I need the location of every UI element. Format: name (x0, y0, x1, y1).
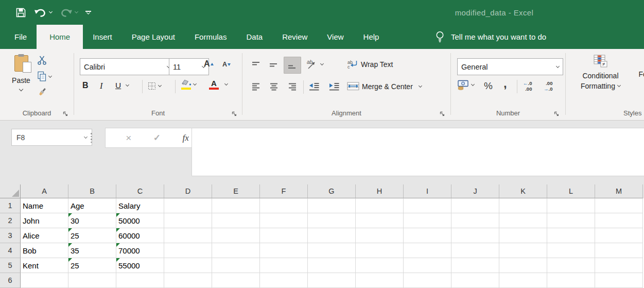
format-painter-button[interactable] (37, 87, 47, 97)
cell-B6[interactable] (68, 273, 116, 288)
cell-A1[interactable]: Name (21, 198, 68, 213)
cell-H6[interactable] (356, 273, 404, 288)
row-header-6[interactable]: 6 (0, 273, 21, 288)
font-size-combobox[interactable]: 11 (169, 58, 209, 75)
cell-G2[interactable] (308, 213, 356, 228)
tab-insert[interactable]: Insert (83, 25, 122, 49)
increase-indent-button[interactable] (328, 82, 341, 91)
align-right-button[interactable] (286, 82, 298, 91)
borders-button[interactable] (147, 81, 161, 91)
cut-button[interactable] (37, 55, 47, 65)
cell-G5[interactable] (308, 258, 356, 273)
font-dialog-launcher[interactable] (232, 110, 238, 116)
column-header-M[interactable]: M (595, 184, 643, 198)
formula-bar-resize-handle[interactable] (91, 133, 92, 143)
cell-D1[interactable] (164, 198, 212, 213)
cell-M2[interactable] (595, 213, 643, 228)
copy-dropdown-chevron-icon[interactable] (48, 74, 52, 77)
cell-F2[interactable] (260, 213, 308, 228)
cell-M4[interactable] (595, 243, 643, 258)
cell-E4[interactable] (212, 243, 260, 258)
cell-C3[interactable]: 60000 (116, 228, 164, 243)
column-header-D[interactable]: D (164, 184, 212, 198)
tab-home[interactable]: Home (37, 25, 83, 49)
row-header-2[interactable]: 2 (0, 213, 21, 228)
row-header-1[interactable]: 1 (0, 198, 21, 213)
cell-D5[interactable] (164, 258, 212, 273)
cell-I3[interactable] (404, 228, 451, 243)
cell-C6[interactable] (116, 273, 164, 288)
comma-style-button[interactable]: , (503, 81, 507, 86)
formula-bar-input[interactable] (192, 128, 644, 176)
tab-data[interactable]: Data (236, 25, 272, 49)
cell-L2[interactable] (547, 213, 595, 228)
number-format-combobox[interactable]: General (457, 58, 563, 75)
tab-review[interactable]: Review (272, 25, 317, 49)
cell-M3[interactable] (595, 228, 643, 243)
fill-color-button[interactable] (180, 79, 196, 90)
column-header-A[interactable]: A (21, 184, 68, 198)
tab-help[interactable]: Help (354, 25, 389, 49)
tab-formulas[interactable]: Formulas (185, 25, 237, 49)
cell-H3[interactable] (356, 228, 404, 243)
column-header-I[interactable]: I (404, 184, 451, 198)
cell-K6[interactable] (499, 273, 547, 288)
cell-A6[interactable] (21, 273, 68, 288)
number-dialog-launcher[interactable] (554, 110, 560, 116)
cell-D3[interactable] (164, 228, 212, 243)
cell-H4[interactable] (356, 243, 404, 258)
wrap-text-button[interactable]: ab c Wrap Text (347, 59, 393, 69)
column-header-F[interactable]: F (260, 184, 308, 198)
column-header-H[interactable]: H (356, 184, 404, 198)
tab-page-layout[interactable]: Page Layout (122, 25, 185, 49)
bold-button[interactable]: B (82, 81, 89, 90)
cell-I5[interactable] (404, 258, 451, 273)
cell-L3[interactable] (547, 228, 595, 243)
top-align-button[interactable] (251, 60, 262, 70)
cell-L6[interactable] (547, 273, 595, 288)
cell-G4[interactable] (308, 243, 356, 258)
paste-dropdown-chevron-icon[interactable] (19, 87, 23, 91)
cell-M1[interactable] (595, 198, 643, 213)
customize-quick-access-toolbar-button[interactable] (85, 11, 91, 14)
cell-F3[interactable] (260, 228, 308, 243)
cell-F6[interactable] (260, 273, 308, 288)
undo-dropdown-chevron-icon[interactable] (49, 10, 53, 13)
row-header-5[interactable]: 5 (0, 258, 21, 273)
accounting-chevron-icon[interactable] (471, 82, 475, 86)
cell-B5[interactable]: 25 (68, 258, 116, 273)
cell-E3[interactable] (212, 228, 260, 243)
cell-A3[interactable]: Alice (21, 228, 68, 243)
orientation-button[interactable]: ab (306, 59, 323, 70)
column-header-G[interactable]: G (308, 184, 356, 198)
cell-A5[interactable]: Kent (21, 258, 68, 273)
cell-J4[interactable] (451, 243, 499, 258)
cell-J2[interactable] (451, 213, 499, 228)
merge-center-chevron-icon[interactable] (419, 83, 422, 87)
fill-color-chevron-icon[interactable] (193, 82, 197, 86)
decrease-indent-button[interactable] (308, 82, 321, 91)
cell-E2[interactable] (212, 213, 260, 228)
cell-M6[interactable] (595, 273, 643, 288)
cell-B2[interactable]: 30 (68, 213, 116, 228)
cell-I2[interactable] (404, 213, 451, 228)
align-center-button[interactable] (268, 82, 280, 91)
save-button[interactable] (15, 7, 26, 18)
cell-B1[interactable]: Age (68, 198, 116, 213)
cell-K2[interactable] (499, 213, 547, 228)
orientation-chevron-icon[interactable] (320, 62, 324, 65)
column-header-B[interactable]: B (68, 184, 116, 198)
cell-F1[interactable] (260, 198, 308, 213)
percent-style-button[interactable]: % (484, 80, 493, 92)
cell-L4[interactable] (547, 243, 595, 258)
cell-D4[interactable] (164, 243, 212, 258)
cell-M5[interactable] (595, 258, 643, 273)
clipboard-dialog-launcher[interactable] (63, 110, 69, 116)
paste-button[interactable]: Paste (6, 53, 36, 91)
redo-dropdown-chevron-icon[interactable] (75, 10, 78, 13)
cell-C2[interactable]: 50000 (116, 213, 164, 228)
cell-A4[interactable]: Bob (21, 243, 68, 258)
underline-button[interactable]: U (115, 81, 129, 90)
cell-E1[interactable] (212, 198, 260, 213)
column-header-K[interactable]: K (499, 184, 547, 198)
